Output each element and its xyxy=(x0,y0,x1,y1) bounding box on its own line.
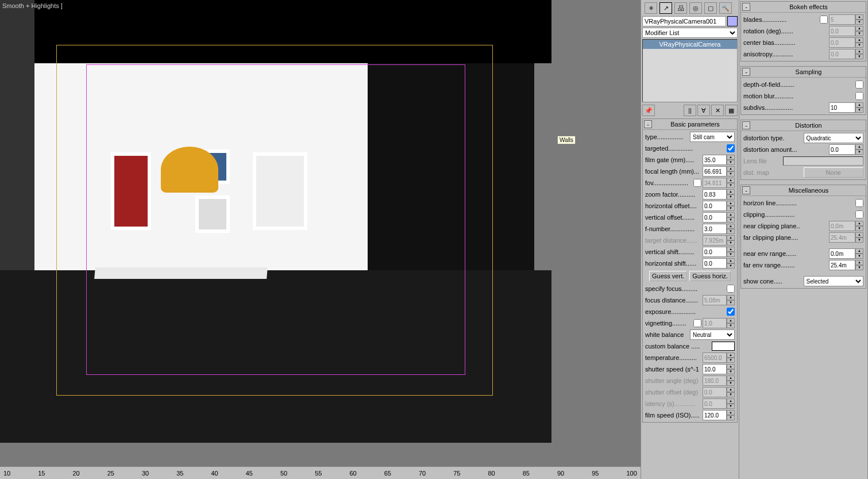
safe-frame-inner xyxy=(86,64,465,375)
type-select[interactable]: Still cam xyxy=(690,132,735,142)
rollup-distortion: -Distortion distortion type.Quadratic di… xyxy=(740,120,866,180)
vertical-shift-input[interactable] xyxy=(703,247,727,257)
zoom-input[interactable] xyxy=(703,189,727,200)
shutter-angle-input xyxy=(703,375,727,386)
viewport[interactable]: Smooth + Highlights ] Walls xyxy=(0,0,641,466)
center-bias-input xyxy=(829,37,855,48)
create-tab-icon[interactable]: ✳ xyxy=(645,2,657,14)
command-panel-modify: ✳ ↗ 品 ◎ ▢ 🔨 Modifier List VRayPhysicalCa… xyxy=(641,0,739,479)
remove-modifier-icon[interactable]: ✕ xyxy=(711,105,724,116)
shutter-speed-input[interactable] xyxy=(703,364,727,374)
blades-input xyxy=(829,14,855,25)
fov-checkbox[interactable] xyxy=(693,179,701,187)
hierarchy-tab-icon[interactable]: 品 xyxy=(674,2,687,14)
iso-input[interactable] xyxy=(703,410,727,420)
shutter-offset-input xyxy=(703,387,727,397)
object-color-swatch[interactable] xyxy=(727,16,738,26)
far-clip-input xyxy=(829,232,855,243)
clipping-checkbox[interactable] xyxy=(855,210,863,219)
f-number-input[interactable] xyxy=(703,224,727,234)
vertical-offset-input[interactable] xyxy=(703,212,727,223)
scene-render: Walls xyxy=(0,0,641,466)
guess-horiz-button[interactable]: Guess horiz. xyxy=(689,271,731,281)
show-end-result-icon[interactable]: || xyxy=(684,105,696,116)
specify-focus-checkbox[interactable] xyxy=(727,285,735,293)
vignetting-input xyxy=(703,318,727,328)
show-cone-select[interactable]: Selected xyxy=(804,276,864,286)
spinner-up-icon[interactable]: ▲ xyxy=(727,155,735,160)
exposure-checkbox[interactable] xyxy=(727,308,735,316)
object-tooltip: Walls xyxy=(557,136,576,144)
target-distance-input xyxy=(703,235,727,246)
distortion-amount-input[interactable] xyxy=(829,144,855,155)
spinner-down-icon[interactable]: ▼ xyxy=(727,160,735,165)
make-unique-icon[interactable]: ∀ xyxy=(697,105,710,116)
near-clip-input xyxy=(829,221,855,231)
custom-balance-swatch[interactable] xyxy=(712,342,735,351)
focal-length-input[interactable] xyxy=(703,166,727,177)
targeted-checkbox[interactable] xyxy=(727,144,735,152)
display-tab-icon[interactable]: ▢ xyxy=(704,2,717,14)
fov-input xyxy=(703,178,727,188)
near-env-input[interactable] xyxy=(829,248,855,259)
guess-vert-button[interactable]: Guess vert. xyxy=(649,271,687,281)
rollup-basic-parameters: - Basic parameters type...............St… xyxy=(642,118,738,423)
modify-tab-icon[interactable]: ↗ xyxy=(659,2,672,14)
lens-file-field xyxy=(783,156,863,166)
stack-item-camera[interactable]: VRayPhysicalCamera xyxy=(643,40,737,49)
latency-input xyxy=(703,398,727,409)
extended-rollups: -Bokeh effects blades..............▲▼ ro… xyxy=(739,0,868,479)
rollup-title: Basic parameters xyxy=(654,121,736,128)
pin-stack-icon[interactable]: 📌 xyxy=(642,105,655,116)
motion-blur-checkbox[interactable] xyxy=(855,92,863,100)
subdivs-input[interactable] xyxy=(829,102,855,113)
anisotropy-input xyxy=(829,49,855,59)
dist-map-button: None xyxy=(804,167,864,178)
rollup-bokeh: -Bokeh effects blades..............▲▼ ro… xyxy=(740,1,866,62)
horizontal-offset-input[interactable] xyxy=(703,201,727,211)
film-gate-input[interactable] xyxy=(703,155,727,165)
horizon-checkbox[interactable] xyxy=(855,199,863,207)
rollup-sampling: -Sampling depth-of-field........ motion … xyxy=(740,66,866,115)
rotation-input xyxy=(829,26,855,36)
time-ruler[interactable]: 10 15 20 25 30 35 40 45 50 55 60 65 70 7… xyxy=(0,466,641,479)
focus-distance-input xyxy=(703,295,727,305)
viewport-shading-label[interactable]: Smooth + Highlights ] xyxy=(2,2,63,9)
command-panel-tabs: ✳ ↗ 品 ◎ ▢ 🔨 xyxy=(642,1,738,15)
distortion-type-select[interactable]: Quadratic xyxy=(804,133,864,143)
modifier-stack[interactable]: VRayPhysicalCamera xyxy=(642,39,738,102)
blades-checkbox[interactable] xyxy=(820,16,828,24)
white-balance-select[interactable]: Neutral xyxy=(690,329,735,340)
vignetting-checkbox[interactable] xyxy=(693,319,701,327)
object-name-field[interactable] xyxy=(642,16,726,26)
temperature-input xyxy=(703,352,727,363)
rollup-miscellaneous: -Miscellaneous horizon line............ … xyxy=(740,185,866,289)
rollup-toggle-icon[interactable]: - xyxy=(644,120,652,128)
horizontal-shift-input[interactable] xyxy=(703,258,727,269)
far-env-input[interactable] xyxy=(829,260,855,270)
modifier-list-dropdown[interactable]: Modifier List xyxy=(642,28,738,38)
dof-checkbox[interactable] xyxy=(855,81,863,89)
configure-sets-icon[interactable]: ▦ xyxy=(725,105,738,116)
motion-tab-icon[interactable]: ◎ xyxy=(689,2,702,14)
utilities-tab-icon[interactable]: 🔨 xyxy=(719,2,732,14)
